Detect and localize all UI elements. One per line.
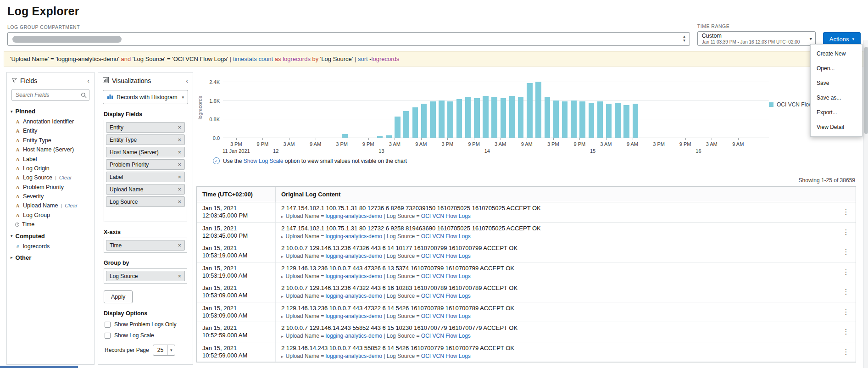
histogram-bar[interactable] xyxy=(553,100,559,138)
remove-chip-icon[interactable]: × xyxy=(178,273,181,279)
upload-name-link[interactable]: logging-analytics-demo xyxy=(326,333,382,339)
field-item-log-group[interactable]: ALog Group xyxy=(7,211,94,220)
histogram-bar[interactable] xyxy=(623,105,629,138)
expand-row-icon[interactable]: ▸ xyxy=(281,294,284,299)
chip-log-source[interactable]: Log Source× xyxy=(106,271,185,281)
log-source-link[interactable]: OCI VCN Flow Logs xyxy=(421,233,471,240)
remove-chip-icon[interactable]: × xyxy=(178,173,181,180)
expand-row-icon[interactable]: ▸ xyxy=(281,234,284,239)
clear-filter-link[interactable]: Clear xyxy=(59,175,72,181)
remove-chip-icon[interactable]: × xyxy=(178,198,181,205)
histogram-bar[interactable] xyxy=(412,107,418,138)
chip-problem-priority[interactable]: Problem Priority× xyxy=(106,159,185,170)
chip-entity[interactable]: Entity× xyxy=(106,122,185,133)
field-item-log-origin[interactable]: ALog Origin xyxy=(7,164,94,173)
upload-name-link[interactable]: logging-analytics-demo xyxy=(326,293,382,299)
histogram-bar[interactable] xyxy=(456,99,462,138)
histogram-bar[interactable] xyxy=(579,101,585,138)
histogram-bar[interactable] xyxy=(633,104,638,138)
show-log-scale-link[interactable]: Show Log Scale xyxy=(244,158,284,164)
clear-filter-link[interactable]: Clear xyxy=(65,203,77,209)
query-bar[interactable]: 'Upload Name' = 'logging-analytics-demo'… xyxy=(4,51,864,67)
histogram-bar[interactable] xyxy=(509,96,515,138)
upload-name-link[interactable]: logging-analytics-demo xyxy=(326,253,382,259)
histogram-bar[interactable] xyxy=(615,103,620,138)
horizontal-scrollbar-thumb[interactable] xyxy=(0,366,78,368)
histogram-bar[interactable] xyxy=(430,101,435,138)
compartment-select[interactable]: ▴ ▾ xyxy=(7,32,690,46)
histogram-bar[interactable] xyxy=(562,101,568,138)
histogram-bar[interactable] xyxy=(501,98,506,138)
upload-name-link[interactable]: logging-analytics-demo xyxy=(326,313,382,319)
histogram-bar[interactable] xyxy=(527,83,532,138)
collapse-panel-icon[interactable]: ‹ xyxy=(87,77,89,84)
row-actions-menu[interactable]: ⋮ xyxy=(836,223,856,242)
histogram-bar[interactable] xyxy=(395,117,400,138)
histogram-bar[interactable] xyxy=(403,111,409,138)
histogram-bar[interactable] xyxy=(465,97,471,138)
menu-item-view-detail[interactable]: View Detail xyxy=(811,120,862,134)
vertical-scrollbar[interactable] xyxy=(863,40,868,368)
menu-item-save-as[interactable]: Save as... xyxy=(811,90,862,105)
log-source-link[interactable]: OCI VCN Flow Logs xyxy=(421,353,471,359)
upload-name-link[interactable]: logging-analytics-demo xyxy=(326,213,382,219)
expand-row-icon[interactable]: ▸ xyxy=(281,214,284,219)
records-per-page-select[interactable]: 25 ▾ xyxy=(153,345,175,356)
remove-chip-icon[interactable]: × xyxy=(178,136,181,143)
field-item-upload-name[interactable]: AUpload Name|Clear xyxy=(7,201,94,210)
histogram-bar[interactable] xyxy=(447,101,453,138)
histogram-bar[interactable] xyxy=(474,98,479,138)
field-item-host-name-server[interactable]: AHost Name (Server) xyxy=(7,145,94,154)
menu-item-create-new[interactable]: Create New xyxy=(811,46,862,61)
field-item-log-source[interactable]: ALog Source|Clear xyxy=(7,173,94,182)
histogram-bar[interactable] xyxy=(589,103,594,138)
field-item-label[interactable]: ALabel xyxy=(7,155,94,164)
field-group-other[interactable]: ▸Other xyxy=(7,251,94,263)
row-actions-menu[interactable]: ⋮ xyxy=(836,282,856,302)
histogram-bar[interactable] xyxy=(545,97,550,138)
log-source-link[interactable]: OCI VCN Flow Logs xyxy=(421,333,471,339)
field-item-severity[interactable]: ASeverity xyxy=(7,192,94,201)
field-item-problem-priority[interactable]: AProblem Priority xyxy=(7,183,94,192)
field-item-time[interactable]: Time xyxy=(7,220,94,229)
histogram-bar[interactable] xyxy=(377,136,383,138)
field-item-entity[interactable]: AEntity xyxy=(7,126,94,135)
checkbox-box[interactable] xyxy=(105,333,111,339)
histogram-bar[interactable] xyxy=(421,104,427,138)
remove-chip-icon[interactable]: × xyxy=(178,124,181,131)
expand-row-icon[interactable]: ▸ xyxy=(281,314,284,319)
remove-chip-icon[interactable]: × xyxy=(178,149,181,156)
field-group-computed[interactable]: ▾Computed xyxy=(7,229,94,242)
chip-upload-name[interactable]: Upload Name× xyxy=(106,184,185,195)
chip-time[interactable]: Time× xyxy=(106,240,185,251)
row-actions-menu[interactable]: ⋮ xyxy=(836,242,856,262)
histogram-bar[interactable] xyxy=(342,134,347,138)
expand-row-icon[interactable]: ▸ xyxy=(281,274,284,279)
log-source-link[interactable]: OCI VCN Flow Logs xyxy=(421,313,471,319)
fields-search-input[interactable] xyxy=(11,89,89,101)
time-range-select[interactable]: Custom Jan 11 03:39 PM - Jan 16 12:03 PM… xyxy=(697,31,816,46)
field-group-pinned[interactable]: ▾Pinned xyxy=(7,105,94,117)
checkbox-show-log-scale[interactable]: Show Log Scale xyxy=(105,332,186,339)
collapse-panel-icon[interactable]: ‹ xyxy=(186,77,188,84)
histogram-bar[interactable] xyxy=(439,100,444,138)
checkbox-box[interactable] xyxy=(105,322,111,328)
vertical-scrollbar-thumb[interactable] xyxy=(864,47,868,134)
field-item-annotation-identifier[interactable]: AAnnotation Identifier xyxy=(7,117,94,126)
histogram-bar[interactable] xyxy=(491,97,497,138)
chip-log-source[interactable]: Log Source× xyxy=(106,196,185,207)
menu-item-save[interactable]: Save xyxy=(811,76,862,90)
upload-name-link[interactable]: logging-analytics-demo xyxy=(326,353,382,359)
upload-name-link[interactable]: logging-analytics-demo xyxy=(326,273,382,279)
apply-button[interactable]: Apply xyxy=(104,290,133,303)
menu-item-export[interactable]: Export... xyxy=(811,105,862,120)
remove-chip-icon[interactable]: × xyxy=(178,161,181,168)
expand-row-icon[interactable]: ▸ xyxy=(281,334,284,339)
row-actions-menu[interactable]: ⋮ xyxy=(836,202,856,222)
chip-label[interactable]: Label× xyxy=(106,172,185,182)
field-item-entity-type[interactable]: AEntity Type xyxy=(7,136,94,145)
histogram-bar[interactable] xyxy=(571,100,576,138)
histogram-bar[interactable] xyxy=(606,104,612,138)
row-actions-menu[interactable]: ⋮ xyxy=(836,342,856,362)
menu-item-open[interactable]: Open... xyxy=(811,61,862,76)
